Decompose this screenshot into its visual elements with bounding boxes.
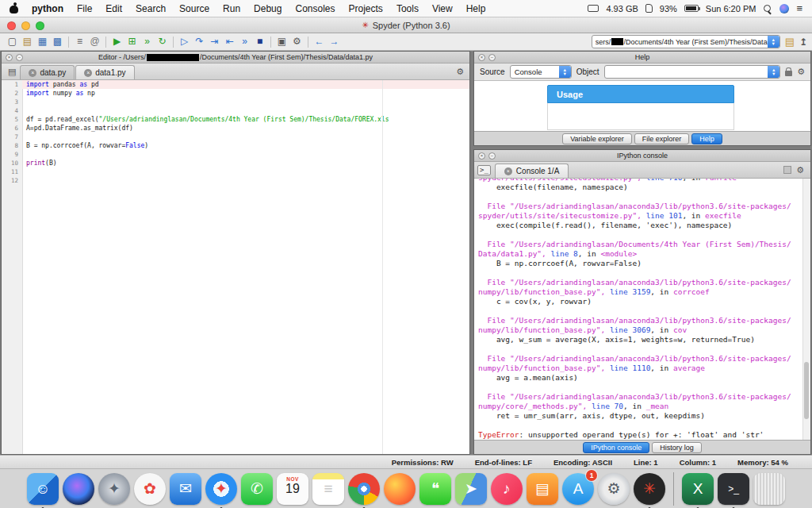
editor-tab-data1.py[interactable]: ×data1.py	[75, 65, 134, 79]
console-output[interactable]: spyder/utils/site/sitecustomize.py", lin…	[474, 179, 802, 440]
close-window-button[interactable]	[7, 21, 16, 30]
notes-icon[interactable]: ≡	[312, 473, 344, 505]
tab-close-icon[interactable]: ×	[504, 167, 512, 175]
terminal-icon[interactable]: >_	[718, 473, 749, 505]
code-line-2[interactable]: 2import numpy as np	[2, 89, 469, 98]
code-line-9[interactable]: 9	[2, 150, 469, 159]
firefox-icon[interactable]	[384, 473, 416, 505]
code-line-7[interactable]: 7	[2, 133, 469, 141]
find-in-files-icon[interactable]: @	[87, 33, 102, 50]
menu-app-name[interactable]: python	[32, 3, 63, 14]
console-square-icon[interactable]	[783, 166, 791, 174]
code-line-10[interactable]: 10print(B)	[2, 159, 469, 167]
preferences-icon[interactable]: ⚙	[289, 33, 304, 50]
menu-tools[interactable]: Tools	[396, 3, 419, 14]
tab-close-icon[interactable]: ×	[29, 69, 36, 77]
chrome-icon[interactable]	[348, 473, 380, 505]
menu-help[interactable]: Help	[466, 3, 486, 14]
editor-tab-data.py[interactable]: ×data.py	[20, 65, 75, 79]
facetime-icon[interactable]: ✆	[241, 473, 273, 505]
panel-close-icon[interactable]: ×	[6, 54, 13, 61]
object-combobox[interactable]: ▲▼	[604, 65, 781, 79]
mail-icon[interactable]: ✉	[170, 473, 201, 505]
tab-file-explorer[interactable]: File explorer	[634, 133, 690, 144]
open-file-icon[interactable]: ▤	[20, 33, 35, 50]
calendar-icon[interactable]: NOV19	[277, 473, 308, 505]
menu-edit[interactable]: Edit	[105, 3, 122, 14]
browse-directory-icon[interactable]: ▤	[785, 36, 795, 48]
code-line-8[interactable]: 8B = np.corrcoef(A, rowvar=False)	[2, 141, 469, 150]
continue-icon[interactable]: »	[237, 33, 252, 50]
books-icon[interactable]: ▤	[527, 473, 558, 505]
music-icon[interactable]: ♪	[491, 473, 523, 505]
code-line-5[interactable]: 5df = pd.read_excel("/Users/adriandingla…	[2, 115, 469, 124]
finder-icon[interactable]: ☺	[27, 473, 59, 505]
tab-variable-explorer[interactable]: Variable explorer	[562, 133, 631, 144]
menu-view[interactable]: View	[432, 3, 453, 14]
help-options-icon[interactable]: ⚙	[797, 67, 805, 77]
tab-close-icon[interactable]: ×	[84, 69, 92, 77]
combobox-arrows-icon[interactable]: ▲▼	[768, 36, 779, 48]
parent-directory-icon[interactable]: ↥	[799, 37, 807, 48]
panel-undock-icon[interactable]: −	[16, 54, 23, 61]
excel-icon[interactable]: X	[682, 473, 714, 505]
stop-icon[interactable]: ■	[252, 33, 267, 50]
maps-icon[interactable]: ➤	[455, 473, 487, 505]
combobox-arrows-icon[interactable]: ▲▼	[559, 66, 571, 78]
menu-file[interactable]: File	[77, 3, 92, 14]
working-directory-combobox[interactable]: sers//Documents/4th Year (First Sem)/The…	[592, 35, 780, 48]
tab-ipython-console[interactable]: IPython console	[583, 442, 649, 453]
layout-icon[interactable]: ≡	[72, 33, 87, 50]
console-terminal-icon[interactable]: >_	[477, 165, 491, 175]
trash-icon[interactable]	[753, 473, 785, 505]
menu-search[interactable]: Search	[136, 3, 166, 14]
siri-icon[interactable]	[63, 473, 94, 505]
menu-run[interactable]: Run	[223, 3, 240, 14]
maximize-icon[interactable]: ▣	[274, 33, 289, 50]
code-line-11[interactable]: 11	[2, 167, 469, 176]
menu-consoles[interactable]: Consoles	[295, 3, 335, 14]
panel-undock-icon[interactable]: −	[488, 54, 496, 61]
forward-icon[interactable]: →	[327, 33, 342, 50]
app-store-icon[interactable]: A1	[562, 473, 594, 505]
step-return-icon[interactable]: ⇤	[222, 33, 237, 50]
tab-help[interactable]: Help	[691, 133, 722, 144]
code-editor[interactable]: 1import pandas as pd2import numpy as np3…	[2, 80, 469, 454]
memory-status-icon[interactable]	[588, 5, 599, 12]
menu-debug[interactable]: Debug	[254, 3, 282, 14]
code-line-4[interactable]: 4	[2, 106, 469, 115]
menu-clock[interactable]: Sun 6:20 PM	[706, 4, 756, 13]
tab-history-log[interactable]: History log	[652, 442, 702, 453]
rerun-icon[interactable]: ↻	[155, 33, 170, 50]
panel-undock-icon[interactable]: −	[488, 152, 496, 160]
console-tab[interactable]: × Console 1/A	[495, 164, 569, 178]
notification-center-icon[interactable]: ≡	[796, 4, 802, 13]
run-cell-icon[interactable]: ⊞	[124, 33, 140, 50]
step-into-icon[interactable]: ⇥	[207, 33, 222, 50]
browse-tabs-icon[interactable]: ▤	[8, 67, 16, 77]
code-line-6[interactable]: 6A=pd.DataFrame.as_matrix(df)	[2, 124, 469, 133]
step-icon[interactable]: ↷	[192, 33, 207, 50]
battery-icon[interactable]	[684, 5, 699, 12]
launchpad-icon[interactable]: ✦	[98, 473, 130, 505]
minimize-window-button[interactable]	[21, 21, 30, 30]
scrollbar-handle[interactable]	[804, 362, 809, 419]
code-line-1[interactable]: 1import pandas as pd	[2, 80, 469, 89]
run-cell-advance-icon[interactable]: »	[140, 33, 155, 50]
code-line-3[interactable]: 3	[2, 98, 469, 106]
back-icon[interactable]: ←	[312, 33, 327, 50]
panel-close-icon[interactable]: ×	[478, 152, 485, 160]
code-line-12[interactable]: 12	[2, 176, 469, 185]
save-all-icon[interactable]: ▩	[50, 33, 65, 50]
source-combobox[interactable]: Console ▲▼	[510, 65, 572, 79]
messages-icon[interactable]: ❝	[419, 473, 451, 505]
console-options-icon[interactable]: ⚙	[796, 165, 804, 175]
editor-options-icon[interactable]: ⚙	[456, 67, 464, 77]
console-scrollbar[interactable]	[802, 179, 810, 440]
zoom-window-button[interactable]	[36, 21, 44, 30]
siri-icon[interactable]	[779, 4, 789, 13]
safari-icon[interactable]: ✦	[205, 473, 237, 505]
combobox-arrows-icon[interactable]: ▲▼	[768, 66, 779, 78]
save-icon[interactable]: ▦	[35, 33, 50, 50]
panel-close-icon[interactable]: ×	[478, 54, 485, 61]
